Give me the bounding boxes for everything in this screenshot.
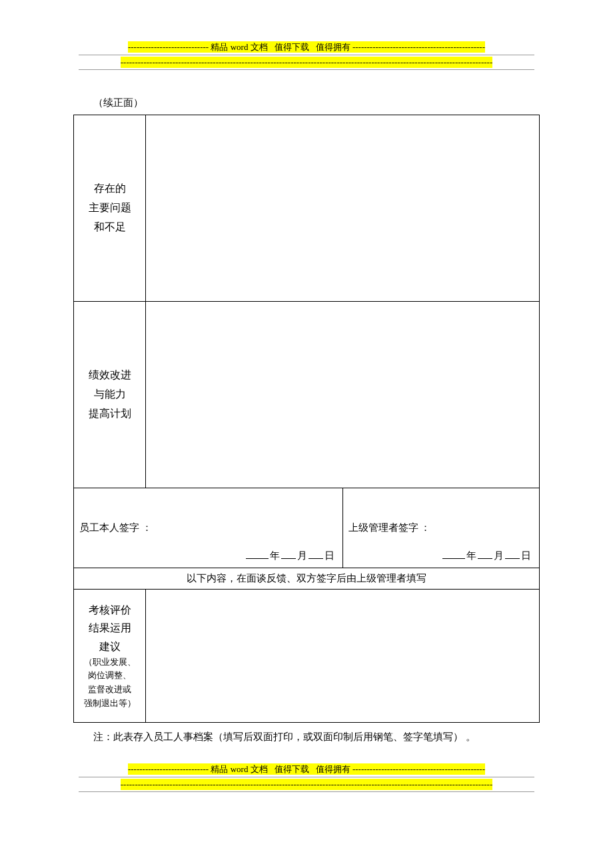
date-year-2: 年: [466, 550, 476, 561]
sig-employee-label: 员工本人签字 ：: [79, 522, 152, 533]
row-section-header: 以下内容，在面谈反馈、双方签字后由上级管理者填写: [74, 568, 540, 590]
banner-worth-own: 值得拥有: [316, 42, 350, 52]
banner-highlight-bottom: ---------------------------- 精品 word 文档值…: [128, 763, 485, 775]
banner-highlight: ---------------------------- 精品 word 文档值…: [128, 41, 485, 53]
banner-worth-dl-b: 值得下载: [275, 764, 309, 774]
banner-text: 精品: [211, 42, 228, 52]
bottom-banner-wrap: ---------------------------- 精品 word 文档值…: [73, 763, 540, 792]
label-eval-main: 考核评价 结果运用 建议: [79, 601, 140, 655]
banner-worth-dl: 值得下载: [275, 42, 309, 52]
label-problems: 存在的 主要问题 和不足: [74, 115, 146, 302]
divider-line-2b: [79, 791, 534, 792]
banner-dashes-2: ----------------------------------------…: [121, 57, 492, 68]
banner-dash-left: ----------------------------: [128, 42, 209, 52]
banner-word-en-b: word: [231, 764, 249, 774]
sig-manager-label: 上级管理者签字 ：: [348, 522, 431, 533]
date-day-1: 日: [324, 550, 334, 561]
label-improve: 绩效改进 与能力 提高计划: [74, 302, 146, 488]
bottom-banner: ---------------------------- 精品 word 文档值…: [73, 763, 540, 775]
banner-word-en: word: [231, 42, 249, 52]
footnote: 注：此表存入员工人事档案（填写后双面打印，或双面印制后用钢笔、签字笔填写） 。: [93, 731, 540, 743]
row-problems: 存在的 主要问题 和不足: [74, 115, 540, 302]
field-improve[interactable]: [146, 302, 540, 488]
banner-text-doc: 文档: [251, 42, 268, 52]
row-eval: 考核评价 结果运用 建议 （职业发展、 岗位调整、 监督改进或 强制退出等）: [74, 590, 540, 723]
bottom-banner-2: ----------------------------------------…: [73, 779, 540, 790]
divider-line-1: [79, 55, 534, 55]
form-table: 存在的 主要问题 和不足 绩效改进 与能力 提高计划 员工本人签字 ： 年月日 …: [73, 115, 540, 723]
banner-worth-own-b: 值得拥有: [316, 764, 350, 774]
sig-employee-date: 年月日: [245, 550, 334, 562]
date-month-2: 月: [494, 550, 504, 561]
page: ---------------------------- 精品 word 文档值…: [0, 0, 613, 792]
sig-manager-date: 年月日: [441, 550, 531, 562]
label-problems-text: 存在的 主要问题 和不足: [89, 183, 131, 232]
section-header: 以下内容，在面谈反馈、双方签字后由上级管理者填写: [74, 568, 540, 590]
divider-line-2: [79, 69, 534, 70]
field-eval[interactable]: [146, 590, 540, 723]
row-improve: 绩效改进 与能力 提高计划: [74, 302, 540, 488]
field-problems[interactable]: [146, 115, 540, 302]
banner-dash-right: ----------------------------------------…: [352, 42, 485, 52]
date-month-1: 月: [297, 550, 307, 561]
sig-employee-cell[interactable]: 员工本人签字 ： 年月日: [74, 488, 343, 568]
top-banner: ---------------------------- 精品 word 文档值…: [73, 41, 540, 53]
banner-text-doc-b: 文档: [251, 764, 268, 774]
sig-manager-cell[interactable]: 上级管理者签字 ： 年月日: [342, 488, 540, 568]
continued-label: （续正面）: [93, 97, 540, 109]
banner-dash-left-b: ----------------------------: [128, 764, 209, 774]
banner-dashes-2b: ----------------------------------------…: [121, 779, 492, 790]
divider-line-1b: [79, 777, 534, 777]
banner-text-b: 精品: [211, 764, 228, 774]
label-eval: 考核评价 结果运用 建议 （职业发展、 岗位调整、 监督改进或 强制退出等）: [74, 590, 146, 723]
banner-dash-right-b: ----------------------------------------…: [352, 764, 485, 774]
label-eval-note: （职业发展、 岗位调整、 监督改进或 强制退出等）: [79, 655, 140, 711]
date-day-2: 日: [521, 550, 531, 561]
date-year-1: 年: [270, 550, 280, 561]
top-banner-2: ----------------------------------------…: [73, 57, 540, 68]
row-signatures: 员工本人签字 ： 年月日 上级管理者签字 ： 年月日: [74, 488, 540, 568]
label-improve-text: 绩效改进 与能力 提高计划: [89, 369, 131, 419]
